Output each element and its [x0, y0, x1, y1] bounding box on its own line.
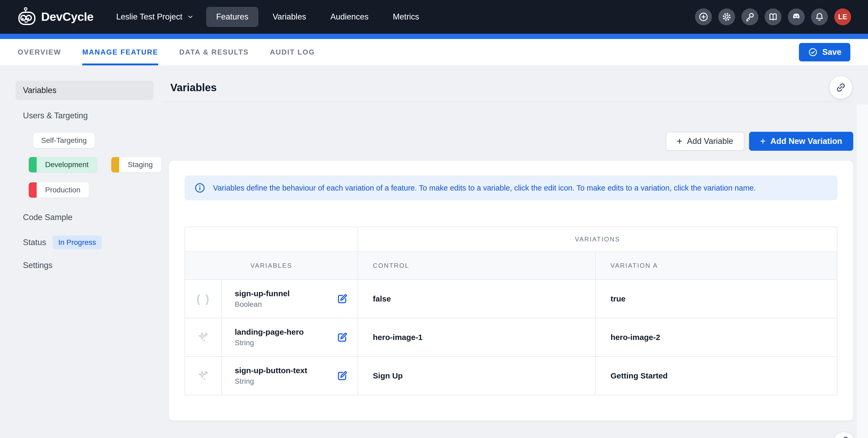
- variable-name: sign-up-funnel: [235, 289, 289, 298]
- sidebar-item-status[interactable]: Status In Progress: [16, 236, 163, 249]
- devcycle-logo[interactable]: DevCycle: [17, 7, 94, 27]
- link-chain-icon: [835, 82, 846, 93]
- table-row: ( ) sign-up-funnel Boolean: [185, 280, 837, 318]
- column-header-variation-a: VARIATION A: [595, 252, 837, 280]
- open-book-icon: [768, 11, 778, 22]
- feature-sidebar: Variables Users & Targeting Self-Targeti…: [0, 65, 163, 438]
- table-row: sign-up-button-text String: [185, 357, 837, 395]
- edit-variable-button[interactable]: [336, 331, 348, 344]
- control-value: hero-image-1: [358, 318, 595, 357]
- tab-audit-log[interactable]: AUDIT LOG: [270, 39, 315, 65]
- add-variable-button[interactable]: + Add Variable: [666, 132, 744, 151]
- sidebar-item-variables[interactable]: Variables: [16, 81, 153, 100]
- variable-name-cell: sign-up-funnel Boolean: [222, 280, 358, 318]
- edit-variable-button[interactable]: [336, 293, 348, 305]
- variable-type: Boolean: [235, 300, 289, 309]
- variable-name-cell: landing-page-hero String: [222, 318, 358, 357]
- column-header-variables: VARIABLES: [185, 252, 358, 280]
- nav-metrics[interactable]: Metrics: [383, 7, 429, 27]
- nav-audiences[interactable]: Audiences: [320, 7, 379, 27]
- variable-name-cell: sign-up-button-text String: [222, 357, 358, 395]
- info-banner: Variables define the behaviour of each v…: [185, 175, 837, 200]
- sidebar-item-env-staging[interactable]: Staging: [111, 157, 161, 172]
- pencil-square-icon: [336, 369, 348, 382]
- scrollbar-track[interactable]: [857, 104, 868, 438]
- pencil-square-icon: [336, 293, 348, 305]
- variable-type: String: [235, 377, 307, 385]
- chevron-down-icon: [187, 14, 193, 20]
- variation-a-value: Getting Started: [595, 357, 837, 395]
- check-circle-icon: [808, 47, 818, 57]
- variable-type-cell: [185, 357, 222, 395]
- env-production-color-bar: [29, 182, 37, 198]
- tab-manage-feature[interactable]: MANAGE FEATURE: [82, 39, 158, 65]
- nav-features[interactable]: Features: [206, 7, 258, 27]
- variable-type-cell: ( ): [185, 280, 222, 318]
- top-navbar: DevCycle Leslie Test Project Features Va…: [0, 0, 868, 34]
- env-development-label: Development: [37, 157, 97, 172]
- save-button[interactable]: Save: [799, 43, 850, 61]
- status-label: Status: [23, 238, 46, 247]
- docs-button[interactable]: [765, 8, 781, 25]
- section-anchor-link-button[interactable]: [830, 76, 852, 99]
- link-chain-icon: [838, 435, 849, 438]
- nav-variables[interactable]: Variables: [262, 7, 316, 27]
- add-variable-label: Add Variable: [687, 136, 733, 146]
- discord-icon: [791, 11, 802, 23]
- string-sparkles-icon: [185, 369, 221, 382]
- feature-tabbar: OVERVIEW MANAGE FEATURE DATA & RESULTS A…: [0, 39, 868, 65]
- status-badge: In Progress: [53, 236, 102, 249]
- env-staging-label: Staging: [119, 157, 161, 172]
- table-row: landing-page-hero String: [185, 318, 837, 357]
- plus-circle-icon: [698, 11, 709, 22]
- edit-variable-button[interactable]: [336, 369, 348, 382]
- api-keys-button[interactable]: [741, 8, 758, 25]
- add-new-variation-label: Add New Variation: [770, 136, 842, 146]
- env-development-color-bar: [29, 157, 37, 172]
- add-new-variation-button[interactable]: + Add New Variation: [749, 132, 853, 151]
- sidebar-item-settings[interactable]: Settings: [16, 257, 163, 274]
- plus-icon: +: [760, 136, 766, 147]
- sidebar-item-users-targeting[interactable]: Users & Targeting: [16, 107, 163, 124]
- string-sparkles-icon: [185, 331, 221, 344]
- key-icon: [745, 11, 755, 22]
- add-circle-button[interactable]: [695, 8, 712, 25]
- control-value: false: [358, 280, 595, 318]
- settings-button[interactable]: [718, 8, 735, 25]
- sidebar-item-code-sample[interactable]: Code Sample: [16, 209, 163, 226]
- plus-icon: +: [677, 136, 682, 147]
- section-header: Variables: [163, 65, 853, 102]
- env-staging-color-bar: [111, 157, 119, 172]
- user-avatar[interactable]: LE: [834, 8, 851, 25]
- tab-overview[interactable]: OVERVIEW: [18, 39, 61, 65]
- project-selector-label: Leslie Test Project: [116, 12, 182, 22]
- column-header-control: CONTROL: [358, 252, 595, 280]
- notifications-button[interactable]: [811, 8, 828, 25]
- discord-button[interactable]: [788, 8, 805, 25]
- tab-data-results[interactable]: DATA & RESULTS: [179, 39, 249, 65]
- pencil-square-icon: [336, 331, 348, 344]
- variables-table: VARIATIONS VARIABLES CONTROL VARIATION A: [185, 227, 837, 395]
- boolean-type-icon: ( ): [196, 293, 210, 305]
- control-value: Sign Up: [358, 357, 595, 395]
- variable-type: String: [235, 339, 304, 347]
- sidebar-item-env-development[interactable]: Development: [29, 157, 97, 172]
- project-selector[interactable]: Leslie Test Project: [116, 12, 193, 22]
- env-production-label: Production: [37, 182, 89, 198]
- table-spacer-cell: [185, 227, 358, 252]
- info-banner-text: Variables define the behaviour of each v…: [213, 184, 756, 192]
- variable-name: landing-page-hero: [235, 328, 304, 337]
- accent-strip: [0, 34, 868, 39]
- page-title: Variables: [170, 82, 217, 94]
- sidebar-item-self-targeting[interactable]: Self-Targeting: [33, 133, 95, 148]
- sidebar-item-env-production[interactable]: Production: [29, 182, 89, 198]
- logo-wordmark: DevCycle: [41, 10, 94, 24]
- variation-a-value: true: [595, 280, 837, 318]
- variables-card: Variables define the behaviour of each v…: [169, 161, 853, 420]
- table-actions: + Add Variable + Add New Variation: [163, 132, 853, 151]
- info-circle-icon: [194, 182, 206, 194]
- devcycle-robot-icon: [17, 7, 37, 27]
- variable-name: sign-up-button-text: [235, 366, 307, 375]
- bell-icon: [814, 11, 825, 22]
- variable-type-cell: [185, 318, 222, 357]
